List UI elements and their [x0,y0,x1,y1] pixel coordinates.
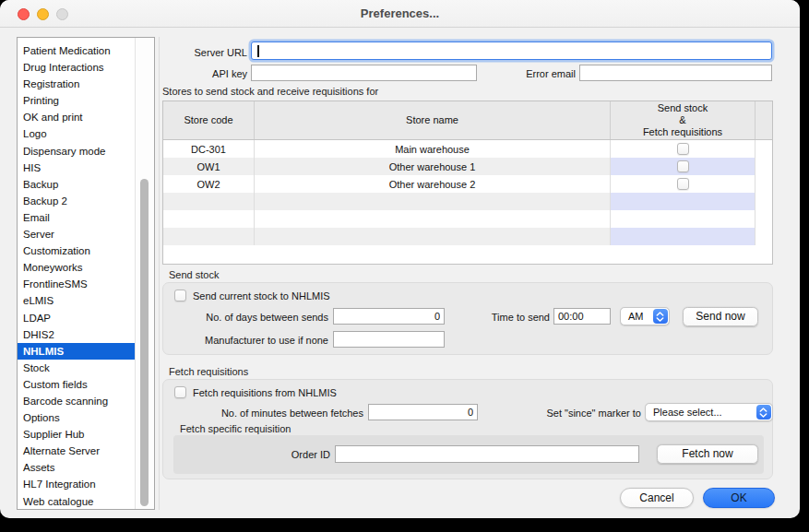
error-email-label: Error email [513,65,576,82]
time-to-send-input[interactable] [553,308,611,325]
ampm-select[interactable]: AM [620,307,670,325]
spacer-column-header [755,101,772,139]
sidebar-item-dispensary-mode[interactable]: Dispensary mode [18,143,135,160]
send-current-stock-checkbox[interactable] [174,290,186,301]
sidebar: Patient Medication Drug Interactions Reg… [17,37,155,510]
order-id-label: Order ID [192,446,330,463]
table-row[interactable]: DC-301 Main warehouse [163,140,772,158]
sidebar-item-stock[interactable]: Stock [18,360,135,376]
sidebar-item-his[interactable]: HIS [18,160,135,176]
days-between-sends-input[interactable] [333,308,445,325]
fetch-specific-section-label: Fetch specific requisition [180,423,291,434]
sidebar-item-hl7-integration[interactable]: HL7 Integration [18,476,135,492]
sidebar-item-logo[interactable]: Logo [18,125,135,142]
store-code-cell: DC-301 [163,140,255,158]
send-fetch-checkbox[interactable] [677,143,689,155]
sidebar-item-barcode-scanning[interactable]: Barcode scanning [18,393,135,409]
table-row-empty [163,228,772,245]
sidebar-item-frontlinesms[interactable]: FrontlineSMS [18,276,135,292]
send-fetch-header-line2: & [679,114,685,126]
store-name-cell: Other warehouse 1 [255,158,611,175]
order-id-input[interactable] [335,445,639,463]
stepper-icon [653,309,668,324]
api-key-input[interactable] [251,65,477,81]
text-caret [257,45,259,57]
server-url-label: Server URL [162,44,247,61]
fetch-requisitions-section-label: Fetch requisitions [169,366,248,377]
store-code-column-header: Store code [163,101,255,139]
sidebar-item-email[interactable]: Email [18,209,135,226]
sidebar-item-custom-fields[interactable]: Custom fields [18,376,135,393]
error-email-input[interactable] [579,65,772,81]
desktop-background: Preferences... Patient Medication Drug I… [0,0,809,532]
sidebar-item-printing[interactable]: Printing [18,92,135,109]
sidebar-list: Patient Medication Drug Interactions Reg… [18,38,135,509]
since-marker-label: Set "since" marker to [513,405,641,421]
sidebar-item-dhis2[interactable]: DHIS2 [18,326,135,343]
window-title: Preferences... [0,6,800,20]
minutes-between-fetches-label: No. of minutes between fetches [162,405,363,421]
server-url-input[interactable] [251,41,772,60]
stores-table: Store code Store name Send stock & Fetch… [162,100,773,265]
store-name-cell: Main warehouse [255,140,611,158]
sidebar-item-drug-interactions[interactable]: Drug Interactions [18,59,135,76]
fetch-requisitions-checkbox[interactable] [174,386,186,398]
sidebar-item-supplier-hub[interactable]: Supplier Hub [18,426,135,443]
sidebar-item-alternate-server[interactable]: Alternate Server [18,443,135,459]
send-fetch-checkbox[interactable] [677,178,689,190]
store-name-cell: Other warehouse 2 [255,175,611,193]
content-divider [159,37,160,510]
sidebar-item-web-catalogue[interactable]: Web catalogue [18,493,135,509]
sidebar-item-registration[interactable]: Registration [18,76,135,92]
send-now-button[interactable]: Send now [683,307,758,326]
ampm-selected-value: AM [628,311,644,322]
sidebar-item-backup[interactable]: Backup [18,176,135,193]
stores-section-label: Stores to send stock and receive requisi… [162,86,378,97]
manufacturer-label: Manufacturer to use if none [144,332,328,349]
send-fetch-header-line1: Send stock [658,102,708,114]
sidebar-item-server[interactable]: Server [18,226,135,242]
title-bar: Preferences... [0,0,800,28]
since-marker-select[interactable]: Please select... [645,403,773,421]
stores-table-header: Store code Store name Send stock & Fetch… [163,101,772,140]
manufacturer-input[interactable] [333,331,445,348]
send-stock-section-label: Send stock [169,269,219,280]
ok-button[interactable]: OK [703,488,775,508]
sidebar-item-customization[interactable]: Customization [18,242,135,259]
table-row-empty [163,193,772,210]
stepper-icon [756,405,771,420]
sidebar-item-ok-and-print[interactable]: OK and print [18,109,135,125]
sidebar-item-moneyworks[interactable]: Moneyworks [18,259,135,276]
sidebar-scrollbar[interactable] [135,38,154,509]
table-row[interactable]: OW2 Other warehouse 2 [163,175,772,193]
api-key-label: API key [162,65,247,82]
table-row-empty [163,210,772,228]
table-row[interactable]: OW1 Other warehouse 1 [163,158,772,175]
cancel-button[interactable]: Cancel [620,488,694,508]
sidebar-item-nhlmis[interactable]: NHLMIS [18,343,135,360]
since-marker-selected-value: Please select... [653,407,722,418]
sidebar-item-patient-medication[interactable]: Patient Medication [18,42,135,59]
send-current-stock-label: Send current stock to NHLMIS [193,290,330,302]
store-code-cell: OW1 [163,158,255,175]
minutes-between-fetches-input[interactable] [368,404,478,420]
fetch-requisitions-checkbox-label: Fetch requisitions from NHLMIS [193,386,337,399]
send-fetch-header-line3: Fetch requisitions [643,126,722,138]
time-to-send-label: Time to send [480,309,550,325]
sidebar-item-options[interactable]: Options [18,409,135,426]
send-fetch-column-header: Send stock & Fetch requisitions [611,101,755,139]
store-code-cell: OW2 [163,175,255,193]
store-name-column-header: Store name [255,101,611,139]
preferences-window: Preferences... Patient Medication Drug I… [0,0,800,518]
sidebar-item-ldap[interactable]: LDAP [18,310,135,326]
sidebar-item-assets[interactable]: Assets [18,459,135,476]
send-fetch-checkbox[interactable] [677,160,689,172]
days-between-sends-label: No. of days between sends [162,309,328,325]
sidebar-item-backup-2[interactable]: Backup 2 [18,193,135,209]
sidebar-item-elmis[interactable]: eLMIS [18,292,135,309]
fetch-now-button[interactable]: Fetch now [657,444,758,464]
